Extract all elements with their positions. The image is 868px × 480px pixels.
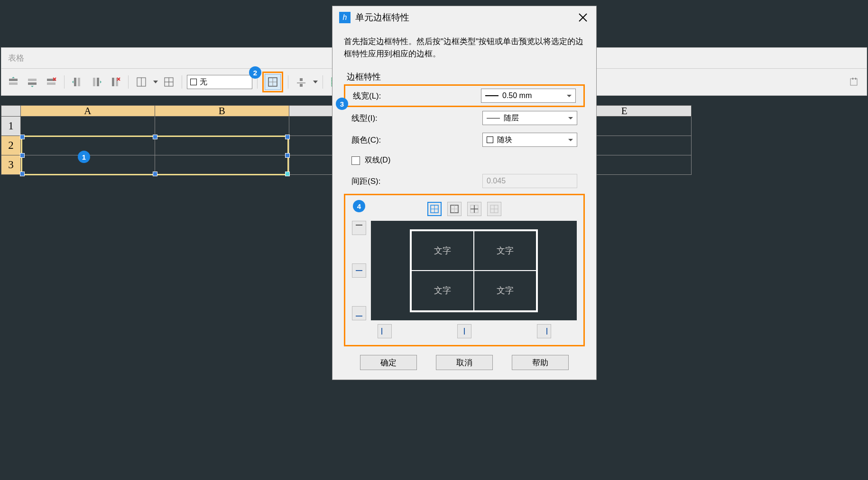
linetype-select[interactable]: 随层 [482, 111, 577, 125]
unmerge-cells-button[interactable] [161, 74, 177, 90]
linetype-label: 线型(I): [351, 113, 482, 124]
insert-row-above-button[interactable] [5, 74, 21, 90]
select-all-corner[interactable] [1, 105, 21, 117]
double-line-checkbox[interactable] [351, 156, 360, 165]
badge-1: 1 [78, 151, 90, 163]
cell-style-value: 无 [200, 77, 207, 87]
border-hmiddle-toggle[interactable] [352, 263, 366, 278]
badge-2: 2 [249, 66, 261, 79]
border-preview[interactable]: 文字 文字 文字 文字 [371, 221, 577, 320]
spacing-label: 间距(S): [351, 176, 482, 187]
border-left-toggle[interactable] [378, 324, 392, 338]
dialog-description: 首先指定边框特性。然后按"边框类型"按钮或单击预览以将选定的边框特性应用到相应的… [332, 29, 596, 66]
cancel-button[interactable]: 取消 [436, 355, 493, 370]
badge-4: 4 [353, 200, 365, 212]
delete-col-button[interactable] [107, 74, 123, 90]
delete-row-button[interactable] [43, 74, 59, 90]
row-header-2[interactable]: 2 [1, 136, 21, 155]
cell-a1[interactable] [21, 117, 155, 136]
cell-borders-button[interactable] [265, 74, 281, 90]
lineweight-label: 线宽(L): [353, 91, 481, 101]
border-right-toggle[interactable] [537, 324, 551, 338]
svg-rect-32 [850, 79, 857, 85]
color-label: 颜色(C): [351, 135, 482, 145]
border-inner-button[interactable] [467, 202, 481, 216]
lineweight-value: 0.50 mm [502, 91, 532, 100]
svg-rect-10 [93, 78, 95, 86]
svg-rect-0 [9, 79, 18, 81]
border-top-toggle[interactable] [352, 221, 366, 235]
svg-rect-3 [28, 82, 37, 85]
badge-3: 3 [336, 98, 348, 110]
svg-rect-26 [300, 84, 303, 87]
svg-rect-24 [300, 78, 303, 81]
merge-cells-button[interactable] [133, 74, 149, 90]
border-vmiddle-toggle[interactable] [457, 324, 471, 338]
preview-cell: 文字 [411, 271, 474, 311]
cell-b3[interactable] [155, 155, 289, 175]
svg-rect-11 [97, 78, 99, 86]
color-select[interactable]: 随块 [482, 133, 577, 147]
svg-rect-8 [74, 78, 76, 86]
align-button[interactable] [293, 74, 309, 90]
lineweight-select[interactable]: 0.50 mm [481, 89, 576, 103]
cell-border-dialog: h 单元边框特性 首先指定边框特性。然后按"边框类型"按钮或单击预览以将选定的边… [332, 6, 597, 380]
cell-b2[interactable] [155, 136, 289, 155]
insert-row-below-button[interactable] [24, 74, 40, 90]
help-button[interactable]: 帮助 [512, 355, 569, 370]
dialog-title: 单元边框特性 [355, 11, 572, 24]
border-all-button[interactable] [427, 202, 442, 216]
cell-style-select[interactable]: 无 [187, 75, 252, 89]
spacing-value: 0.045 [487, 177, 506, 185]
insert-col-left-button[interactable] [69, 74, 85, 90]
svg-rect-9 [78, 78, 80, 86]
dialog-app-icon: h [339, 12, 351, 23]
close-button[interactable] [576, 11, 590, 24]
color-value: 随块 [497, 135, 512, 145]
svg-rect-1 [9, 82, 18, 85]
border-bottom-toggle[interactable] [352, 306, 366, 320]
border-outer-button[interactable] [447, 202, 462, 216]
settings-button[interactable] [847, 74, 863, 90]
section-label: 边框特性 [332, 66, 596, 84]
svg-rect-5 [47, 82, 55, 85]
svg-rect-2 [28, 79, 37, 81]
svg-rect-12 [112, 78, 114, 86]
svg-rect-13 [116, 78, 118, 86]
border-none-button[interactable] [487, 202, 501, 216]
preview-cell: 文字 [411, 231, 474, 271]
row-header-1[interactable]: 1 [1, 117, 21, 136]
align-dropdown-icon[interactable] [313, 81, 318, 83]
linetype-value: 随层 [504, 113, 519, 123]
svg-rect-33 [852, 78, 853, 80]
row-header-3[interactable]: 3 [1, 155, 21, 175]
merge-dropdown-icon[interactable] [153, 81, 158, 83]
col-header-a[interactable]: A [21, 105, 155, 117]
col-header-b[interactable]: B [155, 105, 289, 117]
ok-button[interactable]: 确定 [360, 355, 417, 370]
insert-col-right-button[interactable] [88, 74, 104, 90]
spacing-input: 0.045 [482, 174, 577, 188]
preview-cell: 文字 [474, 271, 536, 311]
svg-rect-34 [855, 78, 856, 80]
preview-cell: 文字 [474, 231, 536, 271]
double-line-label: 双线(D) [365, 155, 390, 165]
cell-b1[interactable] [155, 117, 289, 136]
